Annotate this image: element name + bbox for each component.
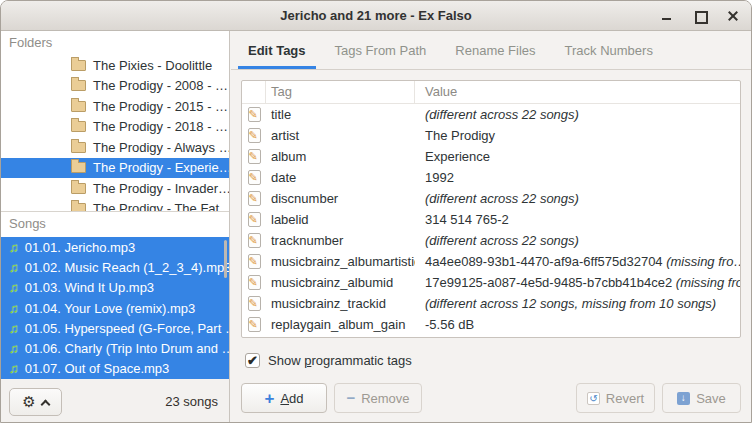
- folder-item[interactable]: The Prodigy - Experie…: [1, 158, 229, 179]
- pencil-icon: [248, 107, 261, 122]
- tag-name: album: [266, 149, 415, 164]
- folder-item[interactable]: The Prodigy - 2008 - …: [1, 76, 229, 97]
- minus-icon: [346, 390, 355, 406]
- tab-tags-from-path[interactable]: Tags From Path: [325, 31, 437, 69]
- music-note-icon: [9, 341, 19, 356]
- add-button-label: Add: [280, 391, 303, 406]
- tag-value: (different across 12 songs, missing from…: [415, 296, 740, 311]
- table-row[interactable]: labelid314 514 765-2: [242, 209, 740, 230]
- song-item-label: 01.07. Out of Space.mp3: [25, 361, 170, 376]
- folders-list[interactable]: The Pixies - DoolittleThe Prodigy - 2008…: [1, 55, 229, 211]
- song-item-label: 01.02. Music Reach (1_2_3_4).mp3: [25, 260, 229, 275]
- tag-value: 314 514 765-2: [415, 212, 740, 227]
- save-button[interactable]: Save: [662, 383, 741, 413]
- table-row[interactable]: tracknumber(different across 22 songs): [242, 230, 740, 251]
- tag-name: labelid: [266, 212, 415, 227]
- folder-item[interactable]: The Prodigy - Invader…: [1, 178, 229, 199]
- tag-name: musicbrainz_albumid: [266, 275, 415, 290]
- tag-name: artist: [266, 128, 415, 143]
- show-programmatic-tags-checkbox[interactable]: [245, 353, 260, 368]
- song-item[interactable]: 01.03. Wind It Up.mp3: [1, 278, 229, 298]
- folder-item[interactable]: The Prodigy - 2015 - …: [1, 96, 229, 117]
- revert-button[interactable]: Revert: [576, 383, 655, 413]
- table-row[interactable]: replaygain_album_gain-5.56 dB: [242, 314, 740, 335]
- table-row[interactable]: [242, 335, 740, 338]
- edit-cell: [242, 212, 266, 227]
- pencil-icon: [248, 254, 261, 269]
- table-row[interactable]: artistThe Prodigy: [242, 125, 740, 146]
- tag-column-header: Tag: [266, 81, 415, 103]
- folder-item-label: The Prodigy - 2008 - …: [93, 78, 228, 93]
- folder-item-label: The Prodigy - The Fat…: [93, 201, 229, 211]
- music-note-icon: [9, 240, 19, 255]
- tag-value: 4a4ee089-93b1-4470-af9a-6ff575d32704 (mi…: [415, 254, 740, 269]
- tag-value: 1992: [415, 170, 740, 185]
- show-programmatic-tags-label: Show programmatic tags: [268, 353, 412, 368]
- edit-cell: [242, 317, 266, 332]
- tab-edit-tags[interactable]: Edit Tags: [238, 31, 316, 69]
- tag-value: (different across 22 songs): [415, 233, 740, 248]
- tag-name: title: [266, 107, 415, 122]
- tab-track-numbers[interactable]: Track Numbers: [555, 31, 663, 69]
- tag-value: -5.56 dB: [415, 317, 740, 332]
- exfalso-window: Jericho and 21 more - Ex Falso Folders T…: [0, 0, 752, 423]
- table-row[interactable]: discnumber(different across 22 songs): [242, 188, 740, 209]
- table-row[interactable]: date1992: [242, 167, 740, 188]
- folder-icon: [71, 203, 86, 211]
- tag-value: Experience: [415, 149, 740, 164]
- folder-icon: [71, 162, 86, 173]
- minimize-icon[interactable]: [661, 10, 673, 22]
- tab-rename-files[interactable]: Rename Files: [445, 31, 545, 69]
- add-button[interactable]: Add: [241, 383, 327, 413]
- table-row[interactable]: musicbrainz_albumid17e99125-a087-4e5d-94…: [242, 272, 740, 293]
- table-row[interactable]: albumExperience: [242, 146, 740, 167]
- folder-item-label: The Prodigy - Always …: [93, 140, 229, 155]
- save-icon: [677, 392, 690, 405]
- table-row[interactable]: musicbrainz_albumartistid4a4ee089-93b1-4…: [242, 251, 740, 272]
- titlebar: Jericho and 21 more - Ex Falso: [1, 1, 751, 31]
- song-item[interactable]: 01.01. Jericho.mp3: [1, 237, 229, 257]
- gear-icon: [22, 394, 35, 410]
- song-item[interactable]: 01.04. Your Love (remix).mp3: [1, 298, 229, 318]
- folder-item[interactable]: The Prodigy - The Fat…: [1, 199, 229, 212]
- table-row[interactable]: musicbrainz_trackid(different across 12 …: [242, 293, 740, 314]
- folder-item[interactable]: The Prodigy - 2018 - …: [1, 117, 229, 138]
- folder-icon: [71, 80, 86, 91]
- table-row[interactable]: title(different across 22 songs): [242, 104, 740, 125]
- close-icon[interactable]: [727, 10, 739, 22]
- tag-name: tracknumber: [266, 233, 415, 248]
- folder-item[interactable]: The Pixies - Doolittle: [1, 55, 229, 76]
- tag-name: replaygain_album_gain: [266, 317, 415, 332]
- music-note-icon: [9, 280, 19, 295]
- folder-item-label: The Prodigy - 2015 - …: [93, 99, 228, 114]
- edit-cell: [242, 107, 266, 122]
- song-item[interactable]: 01.07. Out of Space.mp3: [1, 359, 229, 379]
- song-item[interactable]: 01.05. Hyperspeed (G-Force, Part …: [1, 318, 229, 338]
- show-programmatic-tags-row[interactable]: Show programmatic tags: [245, 353, 412, 368]
- pencil-icon: [248, 275, 261, 290]
- songs-scrollbar[interactable]: [224, 240, 227, 278]
- song-item[interactable]: 01.06. Charly (Trip Into Drum and …: [1, 338, 229, 358]
- tag-value: (different across 22 songs): [415, 191, 740, 206]
- pencil-icon: [248, 296, 261, 311]
- folder-icon: [71, 121, 86, 132]
- song-item-label: 01.05. Hyperspeed (G-Force, Part …: [25, 321, 229, 336]
- preferences-menu-button[interactable]: [9, 388, 62, 416]
- tag-table-header: Tag Value: [242, 81, 740, 104]
- folder-item[interactable]: The Prodigy - Always …: [1, 137, 229, 158]
- folder-item-label: The Prodigy - Invader…: [93, 181, 229, 196]
- song-item[interactable]: 01.02. Music Reach (1_2_3_4).mp3: [1, 257, 229, 277]
- remove-button[interactable]: Remove: [334, 383, 422, 413]
- folder-icon: [71, 60, 86, 71]
- tab-bar: Edit TagsTags From PathRename FilesTrack…: [231, 31, 751, 70]
- songs-list[interactable]: 01.01. Jericho.mp301.02. Music Reach (1_…: [1, 237, 229, 380]
- pencil-icon: [248, 149, 261, 164]
- tag-name: musicbrainz_albumartistid: [266, 254, 415, 269]
- pencil-icon: [248, 170, 261, 185]
- maximize-icon[interactable]: [694, 10, 706, 22]
- right-panel: Edit TagsTags From PathRename FilesTrack…: [231, 31, 751, 422]
- song-item-label: 01.03. Wind It Up.mp3: [25, 280, 154, 295]
- folder-item-label: The Prodigy - 2018 - …: [93, 119, 228, 134]
- folder-icon: [71, 101, 86, 112]
- folder-icon: [71, 142, 86, 153]
